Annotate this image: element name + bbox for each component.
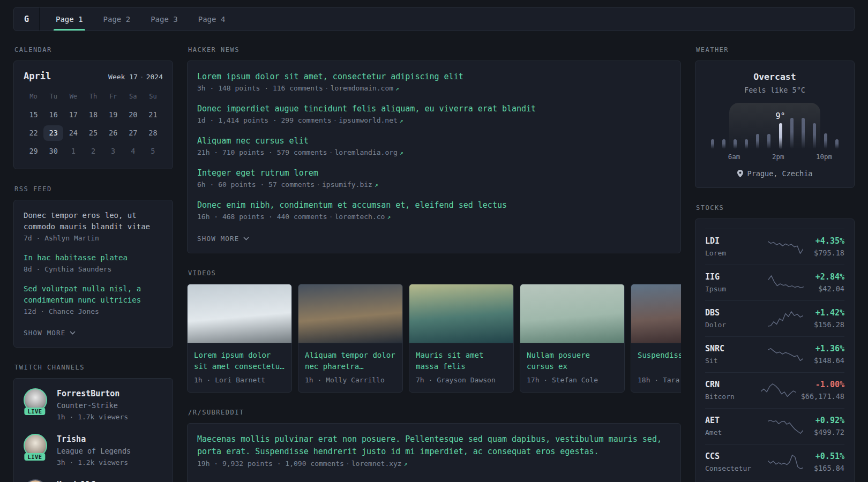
twitch-avatar-wrap: LIVE — [24, 434, 49, 465]
stock-id: LDI Lorem — [705, 236, 757, 258]
video-card[interactable]: Lorem ipsum dolor sit amet consectetu… 1… — [187, 284, 292, 393]
weather-bar — [745, 139, 748, 149]
twitch-channel-row[interactable]: LIVE Trisha League of Legends 3h · 1.2k … — [24, 434, 163, 468]
weather-condition: Overcast — [705, 72, 844, 82]
video-thumbnail[interactable] — [520, 284, 624, 343]
subreddit-card: Maecenas mollis pulvinar erat non posuer… — [187, 423, 681, 482]
weather-location: Prague, Czechia — [747, 169, 813, 178]
video-thumbnail[interactable] — [631, 284, 681, 343]
stock-row[interactable]: AHS +0.46% — [705, 480, 844, 482]
twitch-card: LIVE ForrestBurton Counter-Strike 1h · 1… — [13, 378, 173, 482]
calendar-date: 1 — [63, 144, 83, 159]
stock-sparkline — [768, 345, 803, 364]
stock-values: +1.36% $148.64 — [814, 343, 844, 366]
hackernews-item-title[interactable]: Donec imperdiet augue tincidunt felis al… — [197, 103, 671, 115]
stock-name: Ipsum — [705, 284, 757, 294]
stock-row[interactable]: SNRC Sit +1.36% $14 — [705, 336, 844, 372]
calendar-date: 23 — [43, 125, 63, 141]
stock-sparkline-wrap — [757, 274, 815, 292]
video-card[interactable]: Suspendisse diam 18h · Tara — [631, 284, 681, 393]
weather-feels-like: Feels like 5°C — [705, 86, 844, 94]
twitch-channel-row[interactable]: KendallCarr — [24, 479, 163, 482]
rss-show-more-button[interactable]: SHOW MORE — [24, 329, 76, 337]
stock-row[interactable]: LDI Lorem +4.35% $7 — [705, 229, 844, 265]
stock-row[interactable]: AET Amet +0.92% $49 — [705, 408, 844, 444]
stock-sparkline — [768, 453, 803, 471]
hackernews-item-title[interactable]: Aliquam nec cursus elit — [197, 135, 671, 147]
rss-item: In hac habitasse platea 8d · Cynthia Sau… — [24, 252, 163, 275]
video-title[interactable]: Nullam posuere cursus ex — [527, 350, 618, 372]
hackernews-item-domain[interactable]: loremtech.co↗ — [334, 213, 391, 221]
rss-item: Sed volutpat nulla nisl, a condimentum n… — [24, 283, 163, 318]
weather-hour-slot: 6am — [728, 153, 740, 161]
hackernews-item-meta: 6h · 60 points · 57 comments·ipsumify.bi… — [197, 179, 671, 191]
stock-row[interactable]: DBS Dolor +1.42% $1 — [705, 300, 844, 336]
calendar-day-header: Su — [143, 91, 163, 102]
hackernews-item-domain[interactable]: loremdomain.com↗ — [331, 84, 399, 92]
weather-bar-slot — [832, 103, 843, 149]
hackernews-item: Integer eget rutrum lorem 6h · 60 points… — [197, 167, 671, 191]
hackernews-item-title[interactable]: Integer eget rutrum lorem — [197, 167, 671, 179]
stock-row[interactable]: CRN Bitcorn -1.00% — [705, 372, 844, 408]
hackernews-item-stats: 1d · 1,414 points · 299 comments — [197, 116, 331, 124]
external-link-icon: ↗ — [395, 85, 399, 92]
hackernews-item-title[interactable]: Donec enim nibh, condimentum et accumsan… — [197, 199, 671, 211]
stock-row[interactable]: CCS Consectetur +0.51% — [705, 444, 844, 480]
stock-values: +4.35% $795.18 — [814, 236, 844, 258]
hackernews-item-domain[interactable]: ipsumworld.net↗ — [339, 116, 403, 124]
weather-hour-slot: 2pm — [772, 153, 784, 161]
page-tab[interactable]: Page 3 — [148, 7, 180, 31]
subreddit-post-domain[interactable]: loremnet.xyz↗ — [351, 460, 408, 468]
stock-row[interactable]: IIG Ipsum +2.84% $4 — [705, 265, 844, 300]
subreddit-post-title[interactable]: Maecenas mollis pulvinar erat non posuer… — [197, 433, 671, 458]
video-title[interactable]: Aliquam tempor dolor nec pharetra… — [305, 350, 396, 372]
hackernews-item-domain[interactable]: loremlandia.org↗ — [334, 148, 403, 156]
twitch-avatar-wrap — [24, 479, 49, 482]
weather-current-temp: 9° — [776, 111, 785, 121]
video-thumbnail[interactable] — [409, 284, 513, 343]
calendar-date: 5 — [143, 144, 163, 159]
stock-sparkline — [768, 238, 803, 256]
stock-name: Consectetur — [705, 463, 757, 473]
calendar-date: 17 — [63, 107, 83, 123]
weather-bar — [824, 133, 827, 149]
twitch-channel-row[interactable]: LIVE ForrestBurton Counter-Strike 1h · 1… — [24, 388, 163, 423]
video-title[interactable]: Mauris sit amet massa felis — [416, 350, 507, 372]
weather-hour-slot: 10pm — [816, 153, 832, 161]
video-thumbnail[interactable] — [298, 284, 402, 343]
weather-bar — [756, 134, 759, 149]
hackernews-item-title[interactable]: Lorem ipsum dolor sit amet, consectetur … — [197, 71, 671, 82]
hackernews-item-meta: 21h · 710 points · 579 comments·loremlan… — [197, 147, 671, 159]
video-title[interactable]: Lorem ipsum dolor sit amet consectetu… — [194, 350, 285, 372]
header-bar: G Page 1 Page 2 Page 3 Page 4 — [13, 7, 855, 31]
separator-dot: · — [325, 84, 329, 92]
stock-values: +2.84% $42.04 — [815, 272, 844, 294]
page-tab[interactable]: Page 2 — [101, 7, 133, 31]
rss-item: Donec tempor eros leo, ut commodo mauris… — [24, 210, 163, 244]
video-card[interactable]: Aliquam tempor dolor nec pharetra… 1h · … — [298, 284, 403, 393]
calendar-date: 19 — [103, 107, 123, 123]
stock-sparkline-wrap — [757, 417, 814, 435]
rss-item-title[interactable]: Sed volutpat nulla nisl, a condimentum n… — [24, 283, 163, 306]
stocks-widget: STOCKS LDI Lorem — [695, 204, 855, 482]
rss-widget: RSS FEED Donec tempor eros leo, ut commo… — [13, 185, 173, 348]
hackernews-show-more-button[interactable]: SHOW MORE — [197, 235, 249, 243]
page-tab[interactable]: Page 1 — [54, 7, 85, 31]
video-card[interactable]: Nullam posuere cursus ex 17h · Stefan Co… — [520, 284, 625, 393]
rss-item-title[interactable]: Donec tempor eros leo, ut commodo mauris… — [24, 210, 163, 232]
video-title[interactable]: Suspendisse diam — [638, 350, 681, 372]
stock-id: DBS Dolor — [705, 307, 757, 330]
hackernews-item-domain[interactable]: ipsumify.biz↗ — [322, 180, 378, 189]
subreddit-post: Maecenas mollis pulvinar erat non posuer… — [197, 433, 671, 470]
weather-bar-slot — [707, 103, 718, 149]
app-logo[interactable]: G — [14, 7, 40, 31]
video-thumbnail[interactable] — [188, 284, 291, 343]
stock-change: -1.00% — [801, 379, 844, 390]
weather-hour-labels: 6am — [707, 153, 843, 161]
rss-item-title[interactable]: In hac habitasse platea — [24, 252, 163, 263]
video-card[interactable]: Mauris sit amet massa felis 7h · Grayson… — [409, 284, 514, 393]
stock-id: SNRC Sit — [705, 343, 757, 366]
weather-location-row: Prague, Czechia — [705, 169, 844, 178]
avatar — [24, 479, 47, 482]
page-tab[interactable]: Page 4 — [196, 7, 228, 31]
